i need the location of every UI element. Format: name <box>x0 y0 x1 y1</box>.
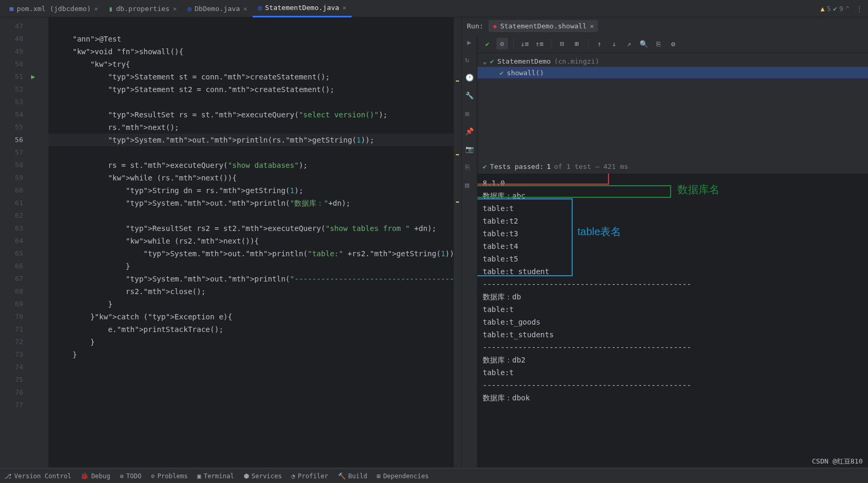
run-config-tab[interactable]: ◆ StatementDemo.showall × <box>488 20 598 32</box>
camera-icon[interactable]: 📷 <box>465 145 474 154</box>
import-icon[interactable]: ⎘ <box>653 38 664 49</box>
history-icon[interactable]: 🕐 <box>465 74 474 82</box>
inspection-warnings[interactable]: ▲5 ✔9 ⌃ <box>821 5 850 13</box>
toggle-auto-test-icon[interactable]: ↻ <box>465 56 474 64</box>
sort-up-icon[interactable]: ↑≡ <box>534 38 545 49</box>
line-number-gutter: 4748495051525354555657585960616263646566… <box>0 17 29 467</box>
tab-statementdemo[interactable]: ◎ StatementDemo.java× <box>253 0 352 17</box>
close-icon[interactable]: × <box>173 5 177 13</box>
watermark: CSDN @红豆810 <box>812 457 863 466</box>
tool-problems[interactable]: ⊘ Problems <box>151 472 188 480</box>
code-editor[interactable]: 💡 "ann">@Test "kw">void "fn">showall(){ … <box>48 17 454 467</box>
tool-debug[interactable]: 🐞 Debug <box>81 472 110 480</box>
annotation-box-table <box>477 198 573 276</box>
tab-pom[interactable]: m pom.xml (jdbcdemo)× <box>4 0 104 17</box>
console-output[interactable]: 版本号 数据库名 table表名 8.1.0数据库：abctable:ttabl… <box>477 174 868 467</box>
tool-build[interactable]: 🔨 Build <box>338 472 367 480</box>
show-ignored-icon[interactable]: ⊘ <box>496 38 508 49</box>
collapse-all-icon[interactable]: ⊞ <box>571 38 583 49</box>
tool-profiler[interactable]: ◔ Profiler <box>292 472 328 480</box>
annotation-box-version <box>477 174 609 185</box>
close-icon[interactable]: × <box>94 5 98 13</box>
prev-icon[interactable]: ↑ <box>594 38 605 49</box>
run-test-icon[interactable]: ▶ <box>31 73 35 80</box>
more-icon[interactable]: ⋮ <box>856 5 863 13</box>
pin-icon[interactable]: 📌 <box>465 127 474 136</box>
gutter-icons: ▶ <box>29 17 41 467</box>
tool-todo[interactable]: ≡ TODO <box>120 472 142 480</box>
tool-terminal[interactable]: ▣ Terminal <box>197 472 234 480</box>
export-icon[interactable]: ↗ <box>623 38 635 49</box>
close-icon[interactable]: × <box>342 4 346 12</box>
next-icon[interactable]: ↓ <box>608 38 620 49</box>
run-tool-window: Run: ◆ StatementDemo.showall × ▶ ↻ 🕐 🔧 ■… <box>461 17 868 467</box>
test-tree[interactable]: ⌄ ✔ StatementDemo (cn.mingzi) ✔ showall(… <box>477 53 868 80</box>
run-label: Run: <box>467 22 483 30</box>
tool-version-control[interactable]: ⎇ Version Control <box>4 472 71 480</box>
tab-dbdemo[interactable]: ◎ DbDemo.java× <box>182 0 253 17</box>
show-passed-icon[interactable]: ✔ <box>482 38 493 49</box>
test-toolbar: ✔ ⊘ ↓≡ ↑≡ ⊟ ⊞ ↑ ↓ ↗ 🔍 ⎘ ⚙ <box>477 35 868 53</box>
rerun-icon[interactable]: ▶ <box>465 38 474 46</box>
close-icon[interactable]: × <box>243 5 247 13</box>
exit-icon[interactable]: ⎘ <box>465 163 474 172</box>
tab-db-properties[interactable]: ▮ db.properties× <box>104 0 182 17</box>
status-bar: ⎇ Version Control 🐞 Debug ≡ TODO ⊘ Probl… <box>0 468 868 483</box>
tool-dependencies[interactable]: ⊞ Dependencies <box>377 472 429 480</box>
search-icon[interactable]: 🔍 <box>638 38 650 49</box>
annotation-label-dbname: 数据库名 <box>677 183 720 196</box>
fold-column <box>41 17 48 467</box>
expand-all-icon[interactable]: ⊟ <box>556 38 568 49</box>
gear-icon[interactable]: ⚙ <box>667 38 679 49</box>
run-side-toolbar: ▶ ↻ 🕐 🔧 ■ 📌 📷 ⎘ ▤ <box>462 35 477 467</box>
stop-icon[interactable]: ■ <box>465 109 474 118</box>
error-stripe[interactable] <box>454 17 461 467</box>
sort-down-icon[interactable]: ↓≡ <box>519 38 531 49</box>
layout-icon[interactable]: ▤ <box>465 181 474 189</box>
wrench-icon[interactable]: 🔧 <box>465 92 474 100</box>
close-icon[interactable]: × <box>590 22 594 30</box>
annotation-label-table: table表名 <box>577 225 621 238</box>
tool-services[interactable]: ⬢ Services <box>244 472 282 480</box>
annotation-box-dbname <box>477 185 671 198</box>
editor-tabs-bar: m pom.xml (jdbcdemo)× ▮ db.properties× ◎… <box>0 0 868 17</box>
test-status-bar: ✔ Tests passed: 1 of 1 test – 421 ms <box>477 159 868 174</box>
